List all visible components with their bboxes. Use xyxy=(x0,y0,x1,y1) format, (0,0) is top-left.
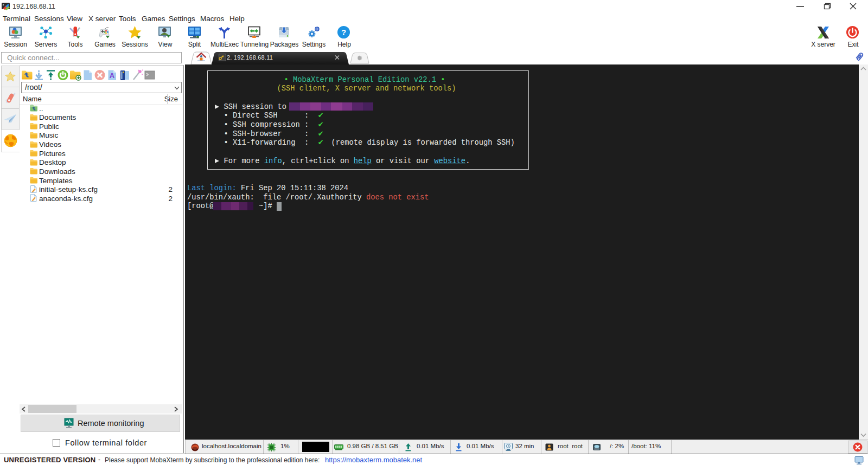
svg-text:?: ? xyxy=(341,28,346,37)
